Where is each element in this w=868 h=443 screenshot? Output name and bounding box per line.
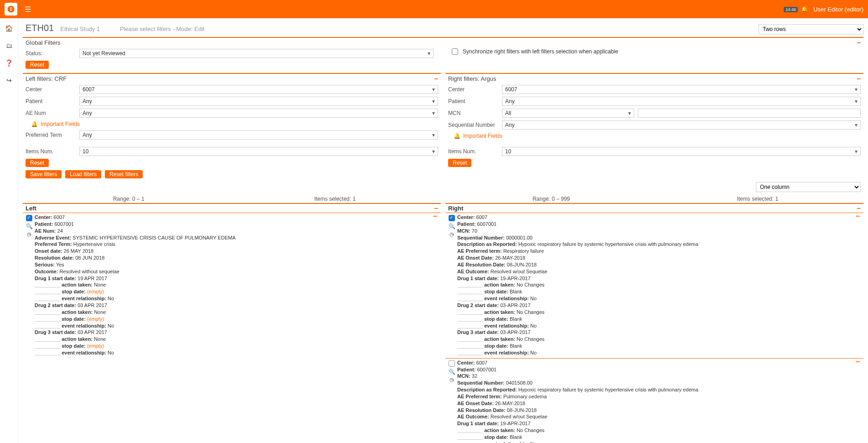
- magnify-icon[interactable]: 🔍: [449, 223, 455, 229]
- right-seq-select[interactable]: Any: [502, 120, 861, 130]
- card-checkbox[interactable]: [26, 215, 32, 221]
- sync-checkbox[interactable]: [452, 48, 458, 55]
- history-icon[interactable]: ◷: [450, 377, 454, 383]
- column-layout-select[interactable]: One column: [756, 182, 861, 192]
- right-seq-label: Sequential Number: [448, 122, 498, 128]
- left-center-label: Center: [26, 86, 76, 93]
- bell-icon: 🔔: [31, 121, 38, 127]
- study-name: Ethical Study 1: [60, 26, 100, 32]
- notification-bell[interactable]: 14:49 🔔: [784, 6, 808, 12]
- study-header: ETH01 Ethical Study 1 Please select filt…: [23, 21, 863, 37]
- column-layout-select-wrap: One column: [756, 182, 861, 192]
- load-filters-button[interactable]: Load filters: [65, 170, 101, 178]
- card-collapse-icon[interactable]: −: [856, 360, 860, 364]
- status-select[interactable]: Not yet Reviewed: [79, 49, 434, 58]
- left-panel-header: Left −: [23, 203, 441, 213]
- left-reset-button[interactable]: Reset: [26, 159, 49, 167]
- collapse-icon[interactable]: −: [857, 206, 861, 211]
- history-icon[interactable]: ◷: [27, 231, 31, 237]
- left-patient-select[interactable]: Any: [79, 97, 438, 106]
- save-filters-button[interactable]: Save filters: [26, 170, 62, 178]
- right-panel-title: Right: [448, 205, 463, 212]
- left-panel-title: Left: [26, 205, 36, 212]
- help-icon[interactable]: ❓: [5, 59, 13, 67]
- left-aenum-label: AE Num: [26, 110, 76, 116]
- left-selected-text: Items selected: 1: [232, 196, 439, 202]
- svg-point-0: [8, 6, 15, 13]
- time-badge: 14:49: [784, 7, 798, 12]
- logout-icon[interactable]: ↪: [6, 77, 12, 84]
- left-items-num-select[interactable]: 10: [79, 147, 438, 156]
- top-bar: ☰ 14:49 🔔 User Editor (editor): [0, 0, 868, 18]
- app-logo[interactable]: [5, 3, 17, 16]
- right-items-num-select[interactable]: 10: [502, 147, 861, 156]
- main-content: ETH01 Ethical Study 1 Please select filt…: [18, 18, 868, 443]
- card-collapse-icon[interactable]: −: [433, 214, 437, 219]
- right-center-label: Center: [448, 86, 498, 93]
- bell-icon: 🔔: [454, 133, 460, 139]
- left-card-1: − 🔍 ◷ Center: 6007 Patient: 6007001 AE N…: [23, 213, 441, 358]
- left-preferred-term-label: Preferred Term: [26, 132, 76, 138]
- collapse-icon[interactable]: −: [857, 41, 861, 45]
- collapse-icon[interactable]: −: [434, 206, 438, 211]
- right-important-fields[interactable]: 🔔 Important Fields: [445, 131, 863, 141]
- left-range-text: Range: 0 – 1: [26, 196, 232, 202]
- status-label: Status:: [26, 50, 76, 57]
- magnify-icon[interactable]: 🔍: [449, 369, 455, 375]
- left-filters-title: Left filters: CRF: [26, 75, 67, 82]
- global-filters-title: Global Filters: [26, 39, 61, 46]
- right-range-text: Range: 0 – 999: [448, 196, 655, 202]
- left-patient-label: Patient: [26, 98, 76, 104]
- global-reset-button[interactable]: Reset: [26, 61, 49, 69]
- hamburger-icon[interactable]: ☰: [25, 5, 31, 14]
- right-card-1: − 🔍 ◷ Center: 6007 Patient: 6007001 MCN:…: [445, 213, 863, 358]
- magnify-icon[interactable]: 🔍: [26, 223, 33, 229]
- left-aenum-select[interactable]: Any: [79, 109, 438, 118]
- left-center-select[interactable]: 6007: [79, 85, 438, 94]
- right-mcn-input[interactable]: [638, 109, 861, 118]
- right-selected-text: Items selected: 1: [655, 196, 861, 202]
- sync-label: Synchronize right filters with left filt…: [463, 48, 618, 55]
- left-sidebar: 🏠 🗂 ❓ ↪: [0, 18, 18, 443]
- right-filters-header: Right filters: Argus −: [445, 73, 863, 83]
- card-collapse-icon[interactable]: −: [856, 214, 860, 219]
- history-icon[interactable]: ◷: [450, 231, 454, 237]
- global-filters-header: Global Filters −: [23, 37, 863, 47]
- study-mode-text: Please select filters - Mode: Edit: [120, 26, 205, 32]
- right-filters-title: Right filters: Argus: [448, 75, 496, 82]
- row-layout-select-wrap: Two rows: [759, 24, 863, 34]
- user-label[interactable]: User Editor (editor): [813, 6, 863, 13]
- left-items-num-label: Items Num.: [26, 148, 76, 155]
- left-filters-header: Left filters: CRF −: [23, 73, 441, 83]
- collapse-icon[interactable]: −: [857, 77, 861, 81]
- right-center-select[interactable]: 6007: [502, 85, 861, 94]
- right-mcn-label: MCN: [448, 110, 498, 116]
- card-checkbox[interactable]: [449, 360, 455, 367]
- study-code: ETH01: [26, 23, 54, 33]
- card-checkbox[interactable]: [449, 215, 455, 221]
- right-mcn-select[interactable]: All: [502, 109, 634, 118]
- records-icon[interactable]: 🗂: [6, 42, 12, 49]
- right-reset-button[interactable]: Reset: [448, 159, 471, 167]
- left-important-fields[interactable]: 🔔 Important Fields: [23, 119, 441, 129]
- right-patient-label: Patient: [448, 98, 498, 104]
- right-items-num-label: Items Num.: [448, 148, 498, 155]
- collapse-icon[interactable]: −: [434, 77, 438, 81]
- left-preferred-term-select[interactable]: Any: [79, 130, 438, 140]
- home-icon[interactable]: 🏠: [5, 25, 13, 32]
- right-patient-select[interactable]: Any: [502, 97, 861, 106]
- row-layout-select[interactable]: Two rows: [759, 24, 863, 34]
- reset-filters-button[interactable]: Reset filters: [105, 170, 143, 178]
- right-card-2: − 🔍 ◷ Center: 6007 Patient: 6007001 MCN:…: [445, 358, 863, 443]
- right-panel-header: Right −: [445, 203, 863, 213]
- bell-icon: 🔔: [801, 6, 808, 12]
